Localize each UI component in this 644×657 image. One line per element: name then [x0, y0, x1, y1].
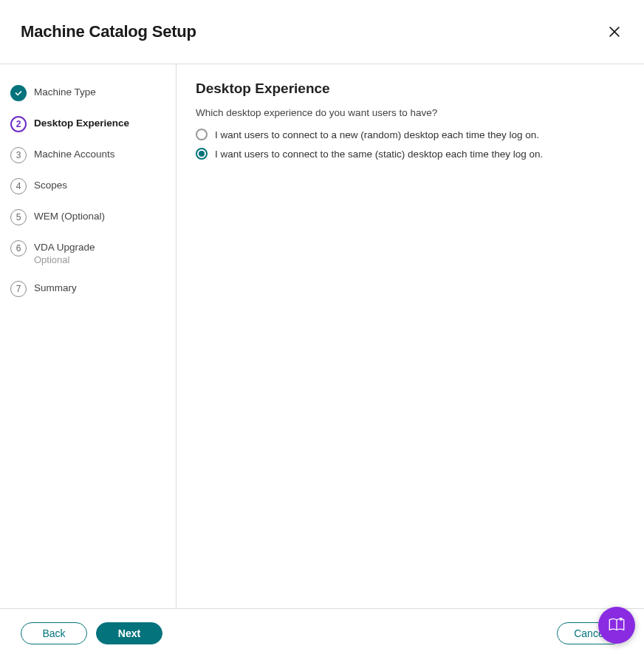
step-labels: Summary — [34, 281, 77, 295]
step-marker: 3 — [10, 147, 27, 163]
radio-label: I want users to connect to a new (random… — [215, 129, 539, 140]
desktop-experience-radio-group: I want users to connect to a new (random… — [196, 129, 625, 160]
check-icon — [14, 89, 23, 98]
dialog-body: Machine Type2Desktop Experience3Machine … — [0, 64, 644, 608]
back-button[interactable]: Back — [21, 622, 87, 644]
step-label: Desktop Experience — [34, 118, 129, 130]
step-sublabel: Optional — [34, 254, 95, 266]
step-labels: Machine Type — [34, 85, 96, 99]
help-fab[interactable] — [598, 607, 635, 644]
step-labels: Scopes — [34, 178, 67, 192]
step-label: Machine Type — [34, 86, 96, 99]
radio-button-icon — [196, 148, 208, 160]
step-label: Machine Accounts — [34, 149, 115, 161]
page-title: Machine Catalog Setup — [21, 22, 196, 41]
step-labels: VDA UpgradeOptional — [34, 240, 95, 266]
radio-static-desktop[interactable]: I want users to connect to the same (sta… — [196, 148, 625, 160]
step-label: VDA Upgrade — [34, 242, 95, 254]
step-machine-type[interactable]: Machine Type — [10, 78, 176, 109]
footer-left: Back Next — [21, 622, 162, 644]
radio-random-desktop[interactable]: I want users to connect to a new (random… — [196, 129, 625, 140]
step-labels: Desktop Experience — [34, 116, 129, 130]
step-marker — [10, 85, 27, 101]
step-marker: 7 — [10, 281, 27, 297]
step-scopes[interactable]: 4Scopes — [10, 171, 176, 202]
step-summary[interactable]: 7Summary — [10, 273, 176, 304]
step-label: Summary — [34, 282, 77, 295]
dialog-footer: Back Next Cancel — [0, 608, 644, 657]
next-button[interactable]: Next — [96, 622, 162, 644]
radio-button-icon — [196, 129, 208, 140]
step-marker: 6 — [10, 240, 27, 256]
step-label: Scopes — [34, 180, 67, 192]
help-book-icon — [607, 616, 626, 635]
step-marker: 5 — [10, 209, 27, 225]
panel-question: Which desktop experience do you want use… — [196, 107, 625, 118]
step-labels: WEM (Optional) — [34, 209, 105, 223]
step-vda-upgrade[interactable]: 6VDA UpgradeOptional — [10, 233, 176, 273]
close-button[interactable] — [606, 23, 623, 41]
radio-label: I want users to connect to the same (sta… — [215, 149, 543, 160]
step-labels: Machine Accounts — [34, 147, 115, 161]
dialog-header: Machine Catalog Setup — [0, 0, 644, 64]
wizard-content: Desktop Experience Which desktop experie… — [177, 64, 644, 608]
wizard-sidebar: Machine Type2Desktop Experience3Machine … — [0, 64, 177, 608]
step-marker: 4 — [10, 178, 27, 194]
step-desktop-experience[interactable]: 2Desktop Experience — [10, 109, 176, 140]
step-wem-optional[interactable]: 5WEM (Optional) — [10, 202, 176, 233]
step-machine-accounts[interactable]: 3Machine Accounts — [10, 140, 176, 171]
close-icon — [607, 24, 622, 39]
panel-title: Desktop Experience — [196, 81, 625, 97]
step-label: WEM (Optional) — [34, 211, 105, 223]
step-marker: 2 — [10, 116, 27, 132]
